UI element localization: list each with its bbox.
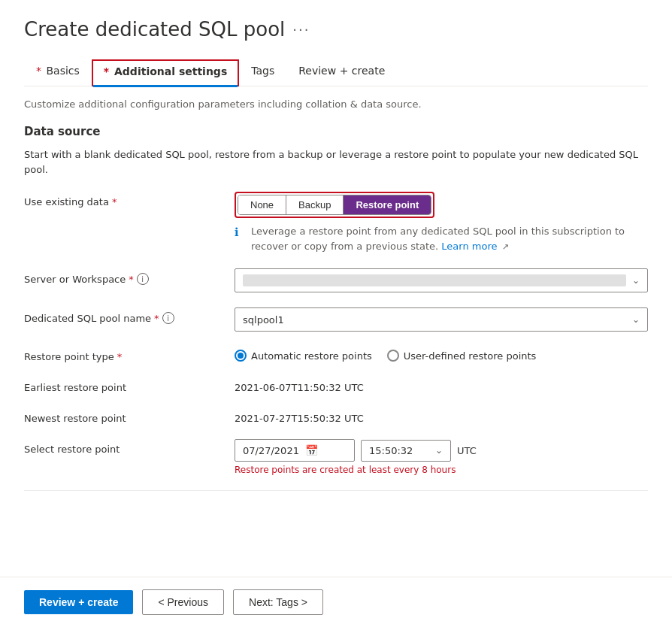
dedicated-pool-row: Dedicated SQL pool name * i sqlpool1 ⌄ [24, 307, 648, 332]
dedicated-pool-control: sqlpool1 ⌄ [235, 307, 648, 332]
dedicated-pool-info-icon[interactable]: i [162, 312, 174, 324]
select-restore-row: Select restore point 07/27/2021 📅 15:50:… [24, 439, 648, 475]
earliest-restore-label: Earliest restore point [24, 377, 219, 393]
earliest-restore-row: Earliest restore point 2021-06-07T11:50:… [24, 377, 648, 393]
restore-point-type-row: Restore point type * Automatic restore p… [24, 347, 648, 362]
server-workspace-row: Server or Workspace * i ⌄ [24, 268, 648, 292]
restore-time-value: 15:50:32 [369, 445, 413, 456]
toggle-none[interactable]: None [238, 195, 286, 214]
earliest-restore-control: 2021-06-07T11:50:32 UTC [235, 377, 648, 393]
toggle-backup[interactable]: Backup [286, 195, 344, 214]
radio-automatic[interactable]: Automatic restore points [235, 350, 372, 362]
use-existing-data-row: Use existing data * None Backup Restore … [24, 192, 648, 253]
restore-point-type-radio-group: Automatic restore points User-defined re… [235, 347, 648, 362]
radio-automatic-circle [235, 350, 247, 362]
section-data-source: Data source [24, 125, 648, 138]
newest-restore-control: 2021-07-27T15:50:32 UTC [235, 408, 648, 424]
server-workspace-control: ⌄ [235, 268, 648, 292]
restore-point-type-label: Restore point type * [24, 347, 219, 362]
restore-date-value: 07/27/2021 [243, 445, 299, 456]
restore-time-arrow: ⌄ [435, 445, 443, 456]
previous-button[interactable]: < Previous [142, 589, 224, 615]
restore-time-dropdown[interactable]: 15:50:32 ⌄ [361, 440, 451, 462]
page-subtitle: Customize additional configuration param… [24, 98, 648, 110]
use-existing-toggle-container: None Backup Restore point [235, 192, 434, 218]
select-restore-label: Select restore point [24, 439, 219, 455]
use-existing-control: None Backup Restore point ℹ Leverage a r… [235, 192, 648, 253]
footer: Review + create < Previous Next: Tags > [0, 577, 672, 627]
review-create-button[interactable]: Review + create [24, 590, 133, 614]
restore-date-input[interactable]: 07/27/2021 📅 [235, 439, 355, 462]
tab-tags[interactable]: Tags [239, 59, 286, 86]
server-workspace-label: Server or Workspace * i [24, 268, 219, 285]
tab-bar: * Basics * Additional settings Tags Revi… [24, 59, 648, 86]
newest-restore-value: 2021-07-27T15:50:32 UTC [235, 408, 648, 424]
tab-additional-settings[interactable]: * Additional settings [92, 59, 239, 86]
calendar-icon: 📅 [305, 444, 318, 456]
learn-more-link[interactable]: Learn more [441, 241, 497, 252]
dedicated-pool-label: Dedicated SQL pool name * i [24, 307, 219, 324]
restore-hint: Restore points are created at least ever… [235, 465, 648, 475]
datetime-row: 07/27/2021 📅 15:50:32 ⌄ UTC [235, 439, 648, 462]
server-workspace-dropdown[interactable]: ⌄ [235, 268, 648, 292]
use-existing-label: Use existing data * [24, 192, 219, 207]
dedicated-pool-dropdown-arrow: ⌄ [632, 314, 640, 325]
toggle-restore-point[interactable]: Restore point [344, 195, 431, 214]
footer-divider [24, 490, 648, 491]
earliest-restore-value: 2021-06-07T11:50:32 UTC [235, 377, 648, 393]
restore-timezone-label: UTC [457, 445, 477, 456]
newest-restore-label: Newest restore point [24, 408, 219, 424]
data-source-description: Start with a blank dedicated SQL pool, r… [24, 147, 648, 177]
server-workspace-dropdown-arrow: ⌄ [632, 275, 640, 286]
tab-review-create[interactable]: Review + create [286, 59, 397, 86]
newest-restore-row: Newest restore point 2021-07-27T15:50:32… [24, 408, 648, 424]
radio-user-defined-circle [387, 350, 399, 362]
server-workspace-info-icon[interactable]: i [137, 273, 149, 285]
external-link-icon: ↗ [502, 242, 509, 252]
radio-user-defined[interactable]: User-defined restore points [387, 350, 537, 362]
restore-point-info: ℹ Leverage a restore point from any dedi… [235, 224, 648, 253]
dedicated-pool-value: sqlpool1 [243, 314, 284, 326]
page-title-dots: ··· [292, 22, 310, 38]
page-title-text: Create dedicated SQL pool [24, 18, 285, 41]
page-title: Create dedicated SQL pool ··· [24, 18, 648, 41]
next-button[interactable]: Next: Tags > [233, 589, 323, 615]
select-restore-control: 07/27/2021 📅 15:50:32 ⌄ UTC Restore poin… [235, 439, 648, 475]
dedicated-pool-dropdown[interactable]: sqlpool1 ⌄ [235, 307, 648, 332]
tab-basics[interactable]: * Basics [24, 59, 92, 86]
restore-point-type-control: Automatic restore points User-defined re… [235, 347, 648, 362]
use-existing-toggle-group: None Backup Restore point [238, 195, 431, 215]
info-icon: ℹ [235, 224, 247, 241]
